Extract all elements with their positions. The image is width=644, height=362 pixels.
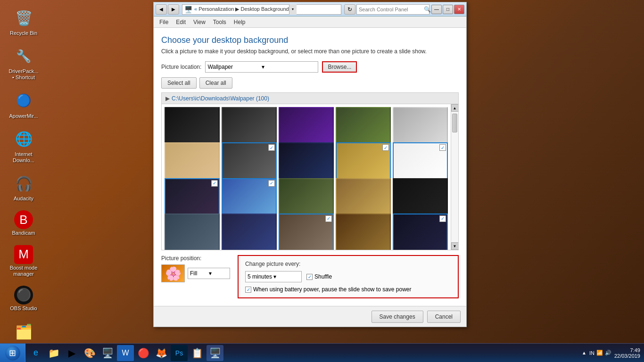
- taskbar-app-chrome[interactable]: 🔴: [135, 345, 152, 361]
- interval-dropdown[interactable]: 5 minutes ▾: [245, 271, 302, 282]
- picture-location-dropdown-arrow: ▾: [262, 64, 316, 70]
- taskbar-right: ▲ IN 📶 🔊 7:49 22/03/2019: [578, 344, 644, 362]
- audacity-label: Audacity: [14, 196, 33, 202]
- cancel-button[interactable]: Cancel: [427, 311, 461, 323]
- taskbar-app-media[interactable]: ▶: [63, 345, 80, 361]
- scrollbar-thumb[interactable]: [452, 114, 457, 132]
- internet-download-icon: 🌐: [12, 128, 35, 150]
- position-dropdown-arrow: ▾: [209, 270, 228, 277]
- taskbar-tray: IN 📶 🔊: [589, 350, 611, 356]
- browse-button[interactable]: Browse...: [322, 61, 357, 73]
- position-dropdown[interactable]: Fill ▾: [188, 268, 230, 279]
- menu-edit[interactable]: Edit: [172, 18, 190, 26]
- picture-position-row: 🌸 Fill ▾: [161, 264, 230, 282]
- thumb-inner-6: [165, 143, 219, 183]
- menubar: File Edit View Tools Help: [154, 16, 466, 28]
- save-changes-button[interactable]: Save changes: [372, 311, 423, 323]
- taskbar-app-firefox[interactable]: 🦊: [153, 345, 170, 361]
- picture-position-label: Picture position:: [161, 255, 230, 262]
- scrollbar-track[interactable]: [451, 112, 458, 242]
- thumb-checkbox-9[interactable]: ✓: [382, 144, 389, 151]
- desktop-icon-bandicam[interactable]: B Bandicam: [5, 208, 42, 238]
- wallpaper-thumb-19[interactable]: [336, 214, 391, 250]
- minimize-button[interactable]: —: [431, 5, 442, 14]
- desktop-icon-obs-studio[interactable]: ⚫ OBS Studio: [5, 284, 42, 313]
- thumb-checkbox-12[interactable]: ✓: [268, 180, 275, 187]
- taskbar-app-explorer[interactable]: 📁: [45, 345, 62, 361]
- picture-location-dropdown[interactable]: Wallpaper ▾: [205, 61, 318, 73]
- taskbar-app-paint[interactable]: 🎨: [81, 345, 98, 361]
- taskbar-clock[interactable]: 7:49 22/03/2019: [614, 347, 640, 359]
- forward-button[interactable]: ▶: [168, 4, 179, 15]
- menu-tools[interactable]: Tools: [209, 18, 230, 26]
- select-clear-row: Select all Clear all: [161, 77, 459, 89]
- taskbar-app-word[interactable]: W: [117, 345, 134, 361]
- taskbar-app-greenshot[interactable]: 📋: [189, 345, 206, 361]
- desktop-icon-audacity[interactable]: 🎧 Audacity: [5, 170, 42, 204]
- apowermirror-label: ApowerMir...: [9, 113, 38, 119]
- thumb-checkbox-10[interactable]: ✓: [439, 144, 446, 151]
- window-controls: — □ ✕: [431, 5, 464, 14]
- refresh-button[interactable]: ↻: [344, 4, 355, 15]
- menu-view[interactable]: View: [190, 18, 209, 26]
- wallpaper-grid: ✓ ✓ ✓: [162, 104, 451, 250]
- change-picture-row: 5 minutes ▾ ✓ Shuffle: [245, 271, 451, 282]
- menu-file[interactable]: File: [156, 18, 172, 26]
- wallpaper-thumb-18[interactable]: ✓: [279, 214, 334, 250]
- select-all-button[interactable]: Select all: [161, 77, 197, 89]
- wallpaper-thumb-20[interactable]: ✓: [393, 214, 448, 250]
- close-button[interactable]: ✕: [454, 5, 464, 14]
- picture-position-area: Picture position: 🌸 Fill ▾: [161, 255, 230, 282]
- network-icon: 📶: [596, 350, 603, 356]
- thumb-inner-5: [394, 108, 447, 148]
- boost-mode-label: Boost modemanager: [10, 265, 38, 277]
- maximize-button[interactable]: □: [443, 5, 453, 14]
- start-button[interactable]: ⊞: [0, 344, 25, 362]
- battery-checkbox[interactable]: ✓: [245, 287, 251, 293]
- change-picture-box: Change picture every: 5 minutes ▾ ✓ Shuf…: [238, 255, 459, 298]
- scrollbar-down-button[interactable]: ▼: [451, 242, 459, 250]
- thumb-checkbox-7[interactable]: ✓: [268, 144, 275, 151]
- taskbar-app-photoshop[interactable]: Ps: [171, 345, 188, 361]
- interval-value: 5 minutes: [248, 273, 273, 280]
- wallpaper-thumb-16[interactable]: [165, 214, 220, 250]
- thumb-checkbox-11[interactable]: ✓: [211, 180, 218, 187]
- change-picture-title: Change picture every:: [245, 261, 451, 267]
- wallpaper-thumb-17[interactable]: [222, 214, 277, 250]
- desktop-icon-boost-mode[interactable]: M Boost modemanager: [5, 243, 42, 279]
- godmode-icon: 🗂️: [12, 320, 35, 343]
- current-wallpaper-preview: 🌸: [161, 264, 185, 282]
- wallpaper-panel: ▶ C:\Users\ic\Downloads\Walpaper (100): [161, 92, 459, 250]
- thumb-checkbox-20[interactable]: ✓: [439, 215, 446, 222]
- menu-help[interactable]: Help: [230, 18, 249, 26]
- taskbar-app-ie[interactable]: e: [27, 345, 44, 361]
- thumb-inner-16: [165, 214, 219, 250]
- start-orb-icon: ⊞: [5, 346, 20, 361]
- driverpack-icon: 🔧: [12, 45, 35, 67]
- scrollbar-up-button[interactable]: ▲: [451, 104, 459, 112]
- desktop-icon-driverpack[interactable]: 🔧 DriverPack...• Shortcut: [5, 43, 42, 82]
- thumb-checkbox-18[interactable]: ✓: [325, 215, 332, 222]
- search-input[interactable]: [359, 7, 424, 12]
- boost-mode-icon: M: [14, 245, 33, 264]
- desktop-icon-internet-download[interactable]: 🌐 InternetDownlo...: [5, 126, 42, 165]
- thumb-inner-13: [280, 179, 333, 219]
- taskbar-app-active[interactable]: 🖥️: [206, 345, 223, 361]
- titlebar-nav: ◀ ▶ 🖥️ « Personalization ▶ Desktop Backg…: [156, 4, 429, 15]
- taskbar-app-display[interactable]: 🖥️: [99, 345, 116, 361]
- desktop-icon-recycle-bin[interactable]: 🗑️ Recycle Bin: [5, 5, 42, 38]
- recycle-bin-icon: 🗑️: [12, 7, 35, 29]
- language-indicator: IN: [589, 350, 594, 356]
- taskbar-date: 22/03/2019: [614, 353, 640, 359]
- back-button[interactable]: ◀: [156, 4, 167, 15]
- taskbar-expand-tray[interactable]: ▲: [582, 350, 586, 355]
- shuffle-checkbox[interactable]: ✓: [306, 274, 313, 280]
- clear-all-button[interactable]: Clear all: [199, 77, 232, 89]
- taskbar-time: 7:49: [630, 347, 640, 353]
- address-dropdown-button[interactable]: ▾: [289, 4, 297, 15]
- window-footer: Save changes Cancel: [154, 306, 466, 327]
- search-icon[interactable]: 🔍: [424, 6, 431, 13]
- driverpack-label: DriverPack...• Shortcut: [9, 68, 39, 81]
- desktop-icon-apowermirror[interactable]: 🔵 ApowerMir...: [5, 88, 42, 121]
- thumb-inner-3: [280, 108, 333, 148]
